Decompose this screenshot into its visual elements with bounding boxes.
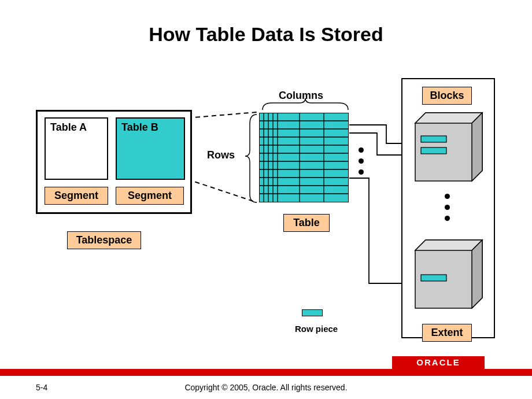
svg-marker-29 bbox=[472, 240, 482, 308]
rows-label: Rows bbox=[207, 149, 235, 161]
slide-title: How Table Data Is Stored bbox=[0, 23, 532, 46]
copyright-text: Copyright © 2005, Oracle. All rights res… bbox=[0, 383, 532, 392]
ellipsis-dots-1 bbox=[359, 147, 364, 175]
oracle-logo: ORACLE bbox=[392, 356, 485, 369]
svg-rect-30 bbox=[421, 275, 446, 281]
row-piece-label: Row piece bbox=[295, 324, 338, 334]
tablespace-container: Table A Table B Segment Segment bbox=[36, 110, 192, 214]
segment-label-b: Segment bbox=[116, 187, 184, 205]
row-piece-swatch bbox=[302, 309, 323, 316]
tablespace-table-a: Table A bbox=[45, 117, 108, 180]
segment-label-a: Segment bbox=[45, 187, 108, 205]
svg-line-0 bbox=[187, 112, 257, 118]
svg-rect-5 bbox=[259, 113, 349, 202]
extent-label: Extent bbox=[422, 324, 472, 342]
table-grid bbox=[259, 113, 349, 202]
tablespace-table-b: Table B bbox=[116, 117, 185, 180]
columns-label: Columns bbox=[279, 90, 323, 102]
tablespace-label: Tablespace bbox=[67, 231, 141, 249]
ellipsis-dots-2 bbox=[445, 194, 450, 221]
svg-rect-25 bbox=[421, 136, 446, 142]
svg-marker-24 bbox=[472, 113, 482, 181]
table-label: Table bbox=[283, 214, 330, 232]
blocks-label: Blocks bbox=[422, 87, 472, 105]
slide: How Table Data Is Stored Table A Table B… bbox=[0, 0, 532, 399]
svg-marker-28 bbox=[415, 240, 482, 250]
svg-rect-26 bbox=[421, 147, 446, 154]
svg-marker-23 bbox=[415, 113, 482, 123]
table-grid-svg bbox=[259, 113, 349, 202]
footer-red-bar bbox=[0, 369, 532, 376]
svg-line-1 bbox=[187, 179, 257, 202]
